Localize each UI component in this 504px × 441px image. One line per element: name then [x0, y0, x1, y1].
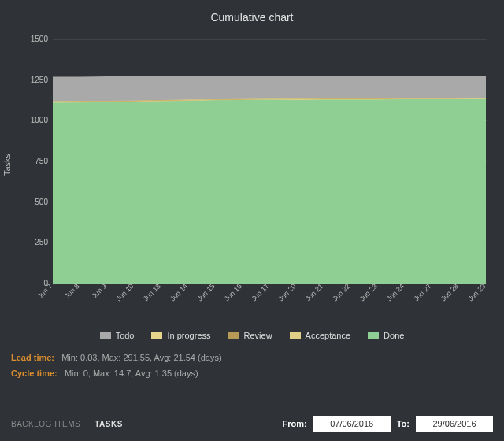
svg-text:500: 500	[35, 198, 48, 206]
to-label: To:	[397, 419, 410, 428]
legend-swatch	[368, 332, 379, 339]
legend-item[interactable]: Todo	[100, 331, 135, 340]
svg-text:Jun 21: Jun 21	[304, 282, 324, 302]
svg-text:Jun 17: Jun 17	[250, 282, 270, 302]
tab-tasks[interactable]: TASKS	[94, 420, 123, 428]
view-tabs: BACKLOG ITEMS TASKS	[11, 420, 123, 428]
legend-label: Review	[244, 331, 272, 340]
from-date-input[interactable]	[313, 416, 391, 432]
y-axis-label: Tasks	[2, 154, 12, 176]
svg-text:Jun 22: Jun 22	[331, 282, 351, 302]
legend-label: Acceptance	[306, 331, 350, 340]
legend-item[interactable]: Acceptance	[290, 331, 350, 340]
svg-text:Jun 20: Jun 20	[277, 282, 298, 302]
svg-text:Jun 8: Jun 8	[63, 282, 81, 300]
lead-time-row: Lead time: Min: 0.03, Max: 291.55, Avg: …	[11, 353, 493, 362]
cycle-time-value: Min: 0, Max: 14.7, Avg: 1.35 (days)	[65, 369, 198, 378]
cycle-time-label: Cycle time:	[11, 369, 57, 378]
to-date-input[interactable]	[416, 416, 493, 432]
svg-text:Jun 14: Jun 14	[169, 282, 189, 302]
svg-text:1500: 1500	[31, 35, 49, 43]
legend-label: In progress	[167, 331, 210, 340]
date-range: From: To:	[283, 416, 493, 432]
lead-time-label: Lead time:	[11, 353, 54, 362]
legend-swatch	[290, 332, 301, 339]
svg-text:Jun 28: Jun 28	[439, 282, 460, 302]
legend-item[interactable]: Review	[228, 331, 272, 340]
svg-text:1250: 1250	[31, 76, 49, 84]
legend-item[interactable]: Done	[368, 331, 404, 340]
svg-text:Jun 15: Jun 15	[195, 282, 216, 302]
legend-swatch	[228, 332, 239, 339]
svg-text:250: 250	[35, 238, 48, 246]
legend-label: Done	[384, 331, 404, 340]
chart-title: Cumulative chart	[11, 11, 493, 24]
legend-label: Todo	[116, 331, 135, 340]
svg-text:Jun 24: Jun 24	[385, 282, 406, 302]
cumulative-chart: Tasks 0250500750100012501500Jun 7Jun 8Ju…	[12, 30, 492, 321]
svg-text:750: 750	[35, 157, 48, 165]
cycle-time-row: Cycle time: Min: 0, Max: 14.7, Avg: 1.35…	[11, 369, 493, 378]
chart-legend: TodoIn progressReviewAcceptanceDone	[11, 331, 493, 340]
svg-text:Jun 16: Jun 16	[223, 282, 243, 302]
chart-plot: 0250500750100012501500Jun 7Jun 8Jun 9Jun…	[53, 35, 487, 299]
svg-text:Jun 10: Jun 10	[114, 282, 135, 302]
svg-text:1000: 1000	[31, 116, 49, 124]
svg-text:Jun 9: Jun 9	[91, 282, 109, 300]
legend-swatch	[100, 332, 111, 339]
svg-text:Jun 7: Jun 7	[36, 282, 54, 300]
tab-backlog-items[interactable]: BACKLOG ITEMS	[11, 420, 80, 428]
svg-text:Jun 23: Jun 23	[358, 282, 379, 302]
svg-text:Jun 27: Jun 27	[412, 282, 432, 302]
lead-time-value: Min: 0.03, Max: 291.55, Avg: 21.54 (days…	[61, 353, 221, 362]
legend-swatch	[151, 332, 162, 339]
from-label: From:	[283, 419, 307, 428]
svg-text:Jun 29: Jun 29	[466, 282, 487, 302]
legend-item[interactable]: In progress	[151, 331, 210, 340]
svg-text:Jun 13: Jun 13	[142, 282, 162, 302]
